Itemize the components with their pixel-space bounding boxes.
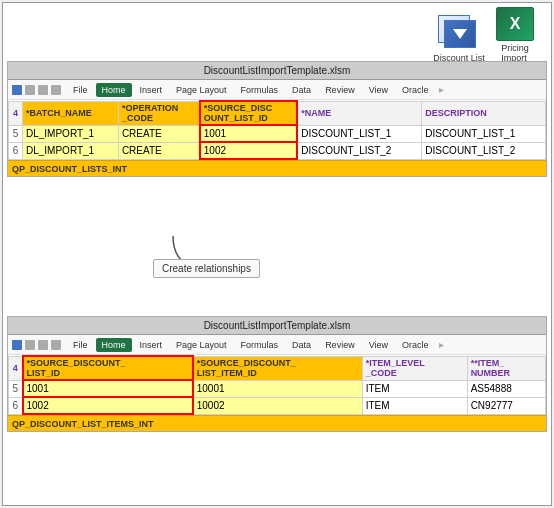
cell-desc-5: DISCOUNT_LIST_1 <box>422 125 546 142</box>
b-cell-source-6: 1002 <box>23 397 193 414</box>
b-col-source-discount-item: *SOURCE_DISCOUNT_LIST_ITEM_ID <box>193 356 362 380</box>
menu-data[interactable]: Data <box>286 83 317 97</box>
b-cell-num-5: AS54888 <box>467 380 545 397</box>
top-spreadsheet-title: DiscountListImportTemplate.xlsm <box>8 62 546 80</box>
top-ribbon: File Home Insert Page Layout Formulas Da… <box>8 80 546 100</box>
cell-op-6: CREATE <box>118 142 199 159</box>
create-relationships-callout: Create relationships <box>153 259 260 278</box>
menu-insert[interactable]: Insert <box>134 83 169 97</box>
menu-home[interactable]: Home <box>96 83 132 97</box>
b-menu-data[interactable]: Data <box>286 338 317 352</box>
cell-name-6: DISCOUNT_LIST_2 <box>297 142 421 159</box>
cell-batch-5: DL_IMPORT_1 <box>23 125 119 142</box>
undo-icon <box>25 85 35 95</box>
annotation-label: Create relationships <box>162 263 251 274</box>
b-row-5-num: 5 <box>9 380 23 397</box>
menu-file[interactable]: File <box>67 83 94 97</box>
pricing-import-label: PricingImport <box>501 43 529 63</box>
bottom-spreadsheet-title: DiscountListImportTemplate.xlsm <box>8 317 546 335</box>
save-icon <box>12 85 22 95</box>
table-row: 6 DL_IMPORT_1 CREATE 1002 DISCOUNT_LIST_… <box>9 142 546 159</box>
table-row: 6 1002 10002 ITEM CN92777 <box>9 397 546 414</box>
b-menu-page-layout[interactable]: Page Layout <box>170 338 233 352</box>
b-col-source-discount-list: *SOURCE_DISCOUNT_LIST_ID <box>23 356 193 380</box>
b-col-item-number: **ITEM_NUMBER <box>467 356 545 380</box>
menu-page-layout[interactable]: Page Layout <box>170 83 233 97</box>
row-5-num: 5 <box>9 125 23 142</box>
col-batch-name: *BATCH_NAME <box>23 101 119 125</box>
bottom-spreadsheet: DiscountListImportTemplate.xlsm File Hom… <box>7 316 547 432</box>
toolbar-icons: Discount List X PricingImport <box>433 7 541 63</box>
menu-review[interactable]: Review <box>319 83 361 97</box>
top-header-row: 4 *BATCH_NAME *OPERATION_CODE *SOURCE_DI… <box>9 101 546 125</box>
bottom-ribbon: File Home Insert Page Layout Formulas Da… <box>8 335 546 355</box>
row-num-header: 4 <box>9 101 23 125</box>
top-footer: QP_DISCOUNT_LISTS_INT <box>8 160 546 176</box>
b-row-num-header: 4 <box>9 356 23 380</box>
pricing-import-button[interactable]: X PricingImport <box>489 7 541 63</box>
main-container: Discount List X PricingImport DiscountLi… <box>2 2 552 506</box>
b-cell-num-6: CN92777 <box>467 397 545 414</box>
b-cell-item-5: 10001 <box>193 380 362 397</box>
cell-batch-6: DL_IMPORT_1 <box>23 142 119 159</box>
b-cell-item-6: 10002 <box>193 397 362 414</box>
top-table: 4 *BATCH_NAME *OPERATION_CODE *SOURCE_DI… <box>8 100 546 160</box>
bottom-table: 4 *SOURCE_DISCOUNT_LIST_ID *SOURCE_DISCO… <box>8 355 546 415</box>
menu-formulas[interactable]: Formulas <box>235 83 285 97</box>
b-menu-formulas[interactable]: Formulas <box>235 338 285 352</box>
cell-name-5: DISCOUNT_LIST_1 <box>297 125 421 142</box>
bottom-footer: QP_DISCOUNT_LIST_ITEMS_INT <box>8 415 546 431</box>
b-row-6-num: 6 <box>9 397 23 414</box>
b-cell-level-6: ITEM <box>362 397 467 414</box>
b-menu-review[interactable]: Review <box>319 338 361 352</box>
menu-oracle[interactable]: Oracle <box>396 83 435 97</box>
row-6-num: 6 <box>9 142 23 159</box>
tool-icon-2 <box>51 340 61 350</box>
b-menu-file[interactable]: File <box>67 338 94 352</box>
table-row: 5 1001 10001 ITEM AS54888 <box>9 380 546 397</box>
b-cell-level-5: ITEM <box>362 380 467 397</box>
b-col-item-level: *ITEM_LEVEL_CODE <box>362 356 467 380</box>
tool-icon <box>51 85 61 95</box>
annotation-area: Create relationships <box>63 231 363 301</box>
redo-icon-2 <box>38 340 48 350</box>
top-spreadsheet: DiscountListImportTemplate.xlsm File Hom… <box>7 61 547 177</box>
b-menu-view[interactable]: View <box>363 338 394 352</box>
bottom-header-row: 4 *SOURCE_DISCOUNT_LIST_ID *SOURCE_DISCO… <box>9 356 546 380</box>
cell-source-5: 1001 <box>200 125 298 142</box>
cell-source-6: 1002 <box>200 142 298 159</box>
redo-icon <box>38 85 48 95</box>
col-operation-code: *OPERATION_CODE <box>118 101 199 125</box>
col-name: *NAME <box>297 101 421 125</box>
col-source-disc: *SOURCE_DISCOUNT_LIST_ID <box>200 101 298 125</box>
b-menu-home[interactable]: Home <box>96 338 132 352</box>
table-row: 5 DL_IMPORT_1 CREATE 1001 DISCOUNT_LIST_… <box>9 125 546 142</box>
b-cell-source-5: 1001 <box>23 380 193 397</box>
b-menu-oracle[interactable]: Oracle <box>396 338 435 352</box>
b-menu-insert[interactable]: Insert <box>134 338 169 352</box>
discount-list-button[interactable]: Discount List <box>433 15 485 63</box>
menu-view[interactable]: View <box>363 83 394 97</box>
cell-op-5: CREATE <box>118 125 199 142</box>
b-more-options: ▸ <box>439 339 444 350</box>
col-description: DESCRIPTION <box>422 101 546 125</box>
undo-icon-2 <box>25 340 35 350</box>
save-icon-2 <box>12 340 22 350</box>
more-options: ▸ <box>439 84 444 95</box>
cell-desc-6: DISCOUNT_LIST_2 <box>422 142 546 159</box>
